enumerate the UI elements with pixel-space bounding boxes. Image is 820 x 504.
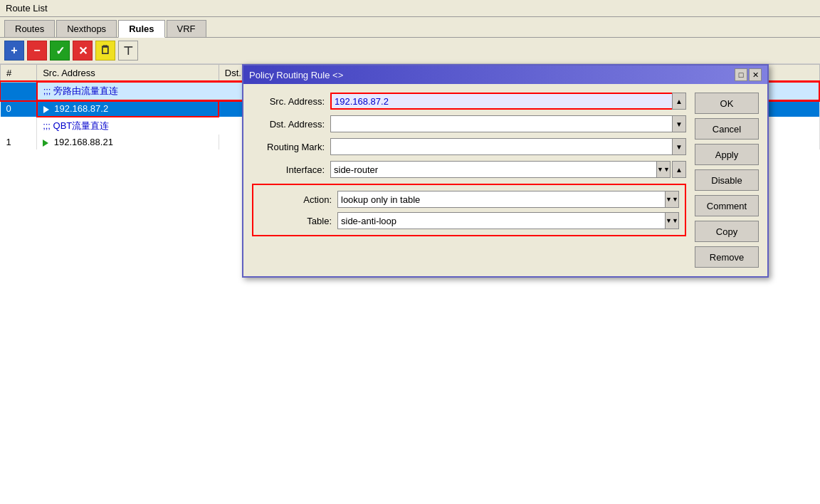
- main-content: # Src. Address Dst. Address Routing Mark…: [0, 64, 820, 504]
- tab-nexthops[interactable]: Nexthops: [56, 20, 117, 37]
- table-input[interactable]: [337, 212, 665, 229]
- dialog-buttons: OK Cancel Apply Disable Comment Copy Rem…: [695, 93, 759, 268]
- table-dropdown-btn[interactable]: ▼▼: [665, 212, 679, 229]
- x-button[interactable]: ✕: [73, 41, 93, 61]
- action-row: Action: ▼▼: [259, 191, 679, 208]
- comment-button[interactable]: Comment: [695, 195, 759, 216]
- routing-mark-label: Routing Mark:: [252, 142, 330, 152]
- src-address-up-btn[interactable]: ▲: [672, 93, 686, 110]
- dialog-close-button[interactable]: ✕: [749, 68, 762, 81]
- play-icon: [43, 106, 49, 113]
- dst-address-input[interactable]: [330, 115, 672, 132]
- src-address: 192.168.87.2: [54, 103, 108, 114]
- toolbar: + − ✓ ✕ 🗒 ⊤: [0, 38, 820, 64]
- action-input-group: ▼▼: [337, 191, 679, 208]
- comment-text: ;;; 旁路由流量直连: [43, 85, 118, 96]
- src-address-label: Src. Address:: [252, 96, 330, 107]
- src-address-2: 192.168.88.21: [54, 137, 113, 147]
- src-address-input-group: ▲: [330, 93, 686, 110]
- play-icon: [43, 140, 48, 147]
- dialog-title-buttons: □ ✕: [735, 68, 762, 81]
- table-label: Table:: [259, 216, 337, 226]
- check-button[interactable]: ✓: [50, 41, 70, 61]
- action-dropdown-btn[interactable]: ▼▼: [665, 191, 679, 208]
- filter-button[interactable]: ⊤: [118, 41, 138, 61]
- action-label: Action:: [259, 194, 337, 205]
- interface-arrows: ▼▼ ▲: [656, 161, 686, 178]
- table-input-group: ▼▼: [337, 212, 679, 229]
- copy-button[interactable]: Copy: [695, 221, 759, 242]
- routing-mark-input[interactable]: [330, 138, 672, 155]
- dst-address-row: Dst. Address: ▼: [252, 115, 686, 132]
- dialog-body: Src. Address: ▲ Dst. Address: ▼: [243, 84, 767, 276]
- col-src: Src. Address: [37, 65, 219, 83]
- table-row-form: Table: ▼▼: [259, 212, 679, 229]
- interface-row: Interface: ▼▼ ▲: [252, 161, 686, 178]
- dst-address-input-group: ▼: [330, 115, 686, 132]
- add-button[interactable]: +: [4, 41, 24, 61]
- dialog-maximize-button[interactable]: □: [735, 68, 747, 81]
- note-button[interactable]: 🗒: [95, 41, 115, 61]
- cancel-button[interactable]: Cancel: [695, 118, 759, 140]
- interface-input-group: ▼▼ ▲: [330, 161, 686, 178]
- tab-rules[interactable]: Rules: [118, 20, 164, 38]
- interface-input[interactable]: [330, 161, 656, 178]
- src-address-input[interactable]: [330, 93, 672, 110]
- apply-button[interactable]: Apply: [695, 144, 759, 165]
- routing-mark-input-group: ▼: [330, 138, 686, 155]
- title-label: Route List: [6, 3, 48, 14]
- remove-button-dialog[interactable]: Remove: [695, 246, 759, 268]
- dialog-title-bar: Policy Routing Rule <> □ ✕: [243, 65, 767, 84]
- policy-routing-dialog: Policy Routing Rule <> □ ✕ Src. Address:…: [242, 64, 769, 278]
- routing-mark-row: Routing Mark: ▼: [252, 138, 686, 155]
- remove-button[interactable]: −: [27, 41, 47, 61]
- disable-button[interactable]: Disable: [695, 169, 759, 191]
- title-bar: Route List: [0, 0, 820, 17]
- ok-button[interactable]: OK: [695, 93, 759, 114]
- interface-up-btn[interactable]: ▲: [672, 161, 686, 178]
- interface-dropdown-btn[interactable]: ▼▼: [656, 161, 671, 178]
- col-num: #: [1, 65, 37, 83]
- comment-text-2: ;;; QBT流量直连: [43, 120, 109, 131]
- action-input[interactable]: [337, 191, 665, 208]
- src-address-row: Src. Address: ▲: [252, 93, 686, 110]
- tab-routes[interactable]: Routes: [4, 20, 55, 37]
- interface-label: Interface:: [252, 164, 330, 175]
- dst-address-down-btn[interactable]: ▼: [672, 115, 686, 132]
- dst-address-label: Dst. Address:: [252, 119, 330, 130]
- routing-mark-down-btn[interactable]: ▼: [672, 138, 686, 155]
- dialog-form: Src. Address: ▲ Dst. Address: ▼: [252, 93, 686, 268]
- dialog-title: Policy Routing Rule <>: [249, 70, 343, 80]
- action-section: Action: ▼▼ Table: ▼▼: [252, 184, 686, 236]
- tab-bar: Routes Nexthops Rules VRF: [0, 17, 820, 38]
- tab-vrf[interactable]: VRF: [167, 20, 206, 37]
